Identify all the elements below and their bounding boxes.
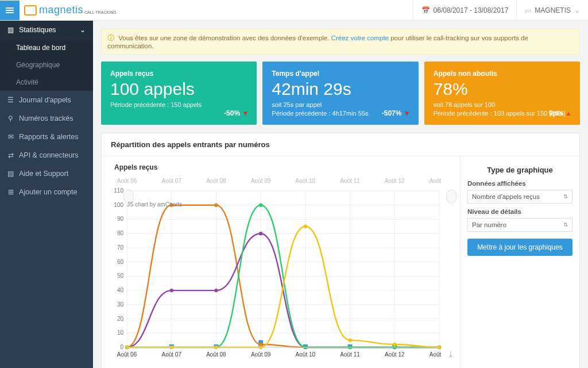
kpi-title: Appels non aboutis: [434, 70, 571, 78]
date-range-label: 06/08/2017 - 13/08/2017: [434, 6, 509, 14]
info-icon: ⓘ: [107, 34, 114, 41]
svg-text:50: 50: [117, 273, 124, 279]
chart-panel: Répartition des appels entrants par numé…: [101, 133, 580, 368]
svg-point-76: [393, 343, 396, 346]
sidebar-item-geo[interactable]: Géographique: [0, 56, 93, 74]
list-icon: ☰: [7, 97, 14, 104]
sidebar-toggle-button[interactable]: [0, 1, 20, 20]
svg-text:Août 08: Août 08: [206, 351, 226, 358]
chart-settings-panel: Type de graphique Données affichées Nomb…: [460, 156, 579, 368]
chevron-down-icon: ⌄: [79, 26, 86, 34]
chart-data-select[interactable]: Nombre d'appels reçus: [467, 190, 572, 204]
trend-down-icon: ▼: [404, 109, 411, 117]
sidebar-item-dashboard[interactable]: Tableau de bord: [0, 39, 93, 56]
svg-text:Août 09: Août 09: [251, 351, 271, 358]
svg-point-75: [348, 338, 351, 342]
sidebar-item-label: Journal d'appels: [19, 96, 71, 104]
book-icon: ▤: [7, 170, 14, 178]
calendar-icon: 📅: [421, 6, 430, 14]
kpi-value: 78%: [434, 79, 571, 98]
demo-banner: ⓘ Vous êtes sur une zone de démonstratio…: [101, 29, 580, 55]
sidebar-item-label: Statistiques: [19, 26, 56, 34]
shuffle-icon: ⇄: [7, 152, 14, 159]
svg-text:Août 12: Août 12: [385, 351, 405, 358]
svg-text:80: 80: [117, 230, 124, 236]
svg-point-74: [304, 224, 307, 228]
kpi-subtext: Période précédente : 150 appels: [110, 101, 247, 109]
svg-text:Août 13: Août 13: [430, 178, 443, 184]
svg-text:60: 60: [117, 258, 124, 264]
chart-zoom-handle-right[interactable]: [446, 190, 457, 204]
chart-settings-data-label: Données affichées: [467, 180, 572, 187]
sidebar-item-label: Ajouter un compte: [19, 188, 77, 196]
svg-text:Août 12: Août 12: [385, 178, 405, 184]
amcharts-credit: JS chart by amCharts: [127, 201, 182, 208]
sidebar-item-api[interactable]: ⇄ API & connecteurs: [0, 146, 93, 164]
kpi-trend: 9pts ▲: [549, 109, 572, 117]
chart-update-button[interactable]: Mettre à jour les graphiques: [467, 239, 572, 256]
kpi-value: 100 appels: [110, 79, 247, 98]
svg-text:90: 90: [117, 216, 124, 222]
sidebar-item-help[interactable]: ▤ Aide et Support: [0, 164, 93, 183]
mail-icon: ✉: [7, 133, 14, 141]
svg-text:10: 10: [117, 329, 124, 336]
sidebar-item-label: Numéros trackés: [19, 114, 73, 122]
svg-text:Août 10: Août 10: [296, 178, 316, 184]
trend-down-icon: ▼: [242, 109, 249, 117]
sidebar-item-activity[interactable]: Activité: [0, 74, 93, 91]
kpi-title: Temps d'appel: [272, 70, 409, 78]
sidebar-item-label: API & connecteurs: [19, 151, 79, 159]
chevron-down-icon: ⌄: [574, 6, 580, 14]
sidebar-item-stats[interactable]: ▥ Statistiques ⌄: [0, 21, 93, 39]
plus-icon: ⊞: [7, 189, 14, 196]
sidebar-item-add-account[interactable]: ⊞ Ajouter un compte: [0, 183, 93, 201]
svg-text:100: 100: [114, 201, 123, 208]
download-icon[interactable]: ⤓: [447, 350, 454, 359]
svg-point-65: [259, 203, 262, 206]
sidebar-item-journal[interactable]: ☰ Journal d'appels: [0, 91, 93, 109]
svg-point-57: [259, 232, 262, 235]
bar-chart-icon: ▥: [7, 26, 14, 34]
svg-text:Août 09: Août 09: [251, 178, 271, 184]
kpi-trend: -50% ▼: [224, 109, 249, 117]
app-logo: magnetisCALL·TRACKING: [24, 4, 117, 16]
chart-detail-select[interactable]: Par numéro: [467, 218, 572, 232]
kpi-tile-duration: Temps d'appel 42min 29s soit 25s par app…: [262, 62, 418, 125]
chart-panel-heading: Répartition des appels entrants par numé…: [102, 133, 579, 156]
banner-signup-link[interactable]: Créez votre compte: [331, 34, 389, 41]
device-icon: ▭: [525, 6, 531, 14]
topbar: magnetisCALL·TRACKING 📅 06/08/2017 - 13/…: [0, 0, 588, 21]
svg-text:0: 0: [120, 344, 123, 350]
chart-legend: Moyenne des appels reçusRéférencement Na…: [110, 363, 455, 368]
svg-point-55: [170, 289, 173, 292]
kpi-subtext: soit 78 appels sur 100: [434, 101, 571, 109]
main-content: ⓘ Vous êtes sur une zone de démonstratio…: [93, 21, 588, 368]
svg-text:Août 06: Août 06: [117, 178, 137, 184]
svg-text:40: 40: [117, 287, 124, 293]
chart-area: Appels reçus JS chart by amCharts Août 0…: [102, 156, 460, 368]
kpi-tiles: Appels reçus 100 appels Période précéden…: [101, 62, 580, 125]
svg-text:20: 20: [117, 315, 124, 321]
sidebar-item-numbers[interactable]: ⚲ Numéros trackés: [0, 109, 93, 128]
svg-text:Août 11: Août 11: [340, 178, 360, 184]
chart-settings-detail-label: Niveau de détails: [467, 208, 572, 215]
svg-text:30: 30: [117, 301, 124, 308]
date-range-picker[interactable]: 📅 06/08/2017 - 13/08/2017: [413, 0, 517, 20]
pin-icon: ⚲: [7, 115, 14, 122]
svg-text:Août 08: Août 08: [206, 178, 226, 184]
kpi-title: Appels reçus: [110, 70, 247, 78]
svg-point-48: [214, 203, 218, 206]
svg-text:110: 110: [114, 187, 123, 194]
trend-up-icon: ▲: [565, 109, 572, 117]
chart-title: Appels reçus: [114, 163, 455, 171]
sidebar-item-reports[interactable]: ✉ Rapports & alertes: [0, 128, 93, 146]
kpi-value: 42min 29s: [272, 79, 409, 98]
kpi-tile-calls: Appels reçus 100 appels Période précéden…: [101, 62, 257, 125]
svg-text:70: 70: [117, 244, 124, 251]
svg-text:Août 13: Août 13: [430, 351, 443, 358]
svg-point-56: [214, 289, 218, 292]
sidebar: ▥ Statistiques ⌄ Tableau de bord Géograp…: [0, 21, 93, 368]
svg-text:Août 10: Août 10: [296, 351, 316, 358]
sidebar-stats-children: Tableau de bord Géographique Activité: [0, 39, 93, 91]
account-dropdown[interactable]: ▭ MAGNETIS ⌄: [516, 0, 588, 20]
